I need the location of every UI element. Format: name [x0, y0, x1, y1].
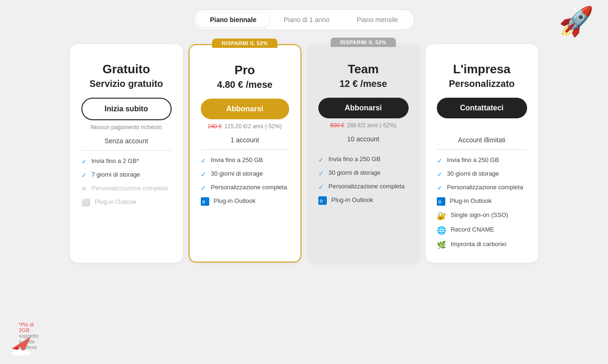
no-payment-note: Nessun pagamento richiesto: [81, 124, 172, 131]
check-icon: ✓: [437, 184, 442, 192]
check-icon: ✓: [318, 183, 324, 191]
feature-free-1: ✓ Invia fino a 2 GB*: [81, 157, 172, 165]
svg-point-10: [21, 350, 28, 355]
cta-free[interactable]: Inizia subito: [81, 98, 172, 120]
leaf-icon: 🌿: [437, 240, 446, 249]
accounts-enterprise: Account illimitati: [437, 136, 527, 150]
feature-text: Invia fino a 250 GB: [329, 155, 381, 163]
price-note-team: 600 € 288 €/2 anni (-52%): [318, 122, 409, 129]
bottom-area: *Più di 2GB: soggetto a coda d'attesa: [9, 332, 33, 359]
svg-point-9: [14, 350, 22, 355]
svg-text:O: O: [320, 199, 323, 203]
features-pro: ✓ Invia fino a 250 GB ✓ 30 giorni di sto…: [201, 156, 289, 206]
tab-mensile[interactable]: Piano mensile: [344, 12, 411, 27]
feature-text: 30 giorni di storage: [329, 169, 381, 176]
feature-pro-2: ✓ 30 giorni di storage: [201, 170, 289, 178]
plan-price-enterprise: Personalizzato: [437, 78, 527, 89]
feature-ent-2: ✓ 30 giorni di storage: [437, 170, 527, 178]
feature-team-2: ✓ 30 giorni di storage: [318, 169, 409, 177]
sso-icon: 🔐: [437, 211, 446, 220]
feature-text: Invia fino a 2 GB*: [92, 157, 139, 164]
x-icon: ✕: [81, 185, 87, 193]
plan-price-team: 12 € /mese: [318, 78, 409, 89]
plan-card-free: Gratuito Servizio gratuito Inizia subito…: [70, 44, 183, 263]
check-icon: ✓: [318, 156, 324, 163]
feature-ent-6: 🌐 Record CNAME: [437, 226, 527, 235]
feature-pro-1: ✓ Invia fino a 250 GB: [201, 156, 289, 164]
svg-text:O: O: [438, 200, 442, 204]
feature-team-1: ✓ Invia fino a 250 GB: [318, 155, 409, 163]
feature-text: Single sign-on (SSO): [451, 211, 508, 218]
cta-team[interactable]: Abbonarsi: [318, 98, 409, 118]
feature-text: Personalizzazione completa: [211, 184, 287, 191]
cards-container: Gratuito Servizio gratuito Inizia subito…: [0, 44, 608, 263]
feature-text: Record CNAME: [451, 226, 494, 233]
feature-text: Personalizzazione completa: [92, 185, 168, 192]
check-icon: ✓: [318, 170, 324, 177]
check-icon: ✓: [81, 158, 87, 165]
footnote: *Più di 2GB: soggetto a coda d'attesa: [19, 322, 39, 350]
feature-text: 7 giorni di storage: [92, 171, 140, 178]
feature-free-2: ✓ 7 giorni di storage: [81, 171, 172, 179]
cta-enterprise[interactable]: Contattateci: [437, 98, 527, 118]
features-free: ✓ Invia fino a 2 GB* ✓ 7 giorni di stora…: [81, 157, 172, 207]
feature-text: Plug-in Outlook: [450, 197, 492, 204]
feature-pro-3: ✓ Personalizzazione completa: [201, 184, 289, 192]
accounts-free: Senza account: [81, 137, 172, 151]
accounts-pro: 1 account: [201, 136, 289, 150]
plan-name-free: Gratuito: [81, 62, 172, 77]
check-icon: ✓: [437, 170, 442, 178]
plan-card-pro: RISPARMI IL 52% Pro 4.80 € /mese Abbonar…: [189, 44, 301, 263]
strike-price-pro: 240 €: [208, 123, 222, 130]
check-icon: ✓: [81, 171, 87, 179]
cloud-icon: ⬜: [81, 198, 90, 207]
feature-free-3: ✕ Personalizzazione completa: [81, 185, 172, 193]
check-icon: ✓: [437, 157, 442, 164]
plan-card-enterprise: L'impresa Personalizzato Contattateci Ac…: [426, 44, 538, 263]
badge-team: RISPARMI IL 52%: [331, 38, 395, 47]
feature-text: Plug-in Outlook: [95, 198, 137, 205]
feature-text: 30 giorni di storage: [447, 170, 499, 177]
feature-ent-4: O Plug-in Outlook: [437, 197, 527, 206]
feature-ent-1: ✓ Invia fino a 250 GB: [437, 156, 527, 164]
feature-pro-4: O Plug-in Outlook: [201, 197, 289, 206]
plan-name-pro: Pro: [201, 63, 289, 77]
strike-price-team: 600 €: [330, 122, 344, 129]
feature-ent-3: ✓ Personalizzazione completa: [437, 184, 527, 192]
badge-pro: RISPARMI IL 52%: [212, 39, 277, 48]
check-icon: ✓: [201, 170, 206, 178]
check-icon: ✓: [201, 184, 206, 192]
outlook-icon: O: [201, 197, 209, 206]
features-team: ✓ Invia fino a 250 GB ✓ 30 giorni di sto…: [318, 155, 409, 205]
feature-text: Invia fino a 250 GB: [211, 156, 263, 163]
feature-ent-7: 🌿 Impronta di carbonio: [437, 240, 527, 249]
plan-price-pro: 4.80 € /mese: [201, 79, 289, 90]
feature-text: Invia fino a 250 GB: [447, 156, 499, 163]
feature-text: Plug-in Outlook: [214, 197, 256, 204]
cta-pro[interactable]: Abbonarsi: [201, 99, 289, 119]
outlook-icon: O: [318, 196, 327, 205]
features-enterprise: ✓ Invia fino a 250 GB ✓ 30 giorni di sto…: [437, 156, 527, 249]
plan-card-team: RISPARMI IL 52% Team 12 € /mese Abbonars…: [307, 44, 420, 263]
feature-team-3: ✓ Personalizzazione completa: [318, 183, 409, 191]
feature-text: Personalizzazione completa: [329, 183, 405, 190]
feature-free-4: ⬜ Plug-in Outlook: [81, 198, 172, 207]
tab-biennale[interactable]: Piano biennale: [197, 12, 269, 27]
cname-icon: 🌐: [437, 226, 446, 235]
plan-tabs: Piano biennale Piano di 1 anno Piano men…: [194, 9, 414, 30]
feature-text: Personalizzazione completa: [447, 184, 523, 191]
feature-text: Impronta di carbonio: [451, 240, 507, 248]
price-note-pro: 240 € 115.20 €/2 anni (-52%): [201, 123, 289, 130]
plan-name-team: Team: [318, 62, 409, 77]
accounts-team: 10 account: [318, 135, 409, 149]
feature-text: 30 giorni di storage: [211, 170, 263, 177]
plan-price-free: Servizio gratuito: [81, 78, 172, 89]
footnote-red: *Più di 2GB:: [19, 322, 34, 333]
feature-ent-5: 🔐 Single sign-on (SSO): [437, 211, 527, 220]
feature-team-4: O Plug-in Outlook: [318, 196, 409, 205]
svg-text:O: O: [202, 200, 205, 204]
tab-anno[interactable]: Piano di 1 anno: [270, 12, 342, 27]
outlook-icon: O: [437, 197, 445, 206]
feature-text: Plug-in Outlook: [332, 196, 373, 203]
plan-name-enterprise: L'impresa: [437, 62, 527, 77]
